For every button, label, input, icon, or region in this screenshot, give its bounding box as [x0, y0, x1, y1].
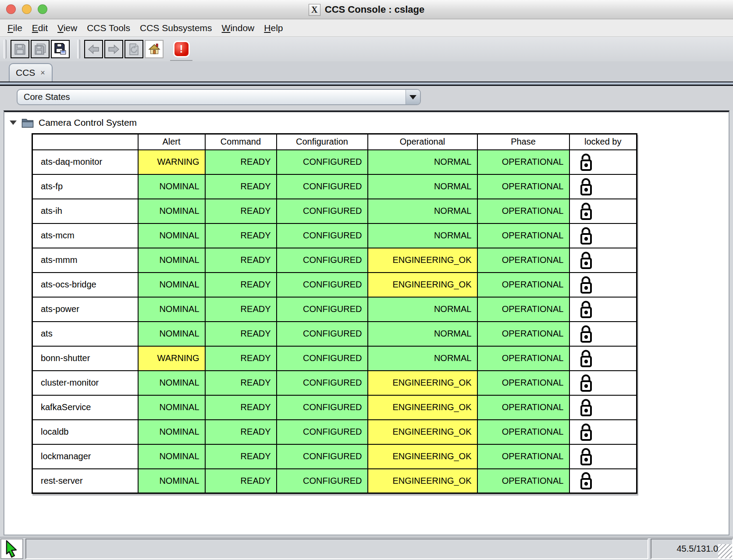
state-cell-command[interactable]: READY [205, 444, 277, 469]
state-cell-operational[interactable]: ENGINEERING_OK [368, 371, 477, 395]
state-cell-phase[interactable]: OPERATIONAL [477, 248, 569, 273]
toolbar-grip[interactable] [4, 39, 7, 59]
table-row[interactable]: ats-mcmNOMINALREADYCONFIGUREDNORMALOPERA… [32, 223, 637, 248]
menu-ccs-tools[interactable]: CCS Tools [82, 23, 135, 33]
state-cell-configuration[interactable]: CONFIGURED [277, 420, 368, 444]
state-cell-configuration[interactable]: CONFIGURED [277, 469, 368, 493]
locked-by-cell[interactable] [569, 346, 637, 371]
state-cell-operational[interactable]: NORMAL [368, 346, 477, 371]
row-name-cell[interactable]: ats-ocs-bridge [32, 273, 138, 297]
state-cell-alert[interactable]: NOMINAL [138, 444, 205, 469]
state-cell-phase[interactable]: OPERATIONAL [477, 469, 569, 493]
state-cell-configuration[interactable]: CONFIGURED [277, 248, 368, 273]
locked-by-cell[interactable] [569, 174, 637, 199]
state-cell-command[interactable]: READY [205, 297, 277, 322]
state-cell-command[interactable]: READY [205, 469, 277, 493]
combobox-arrow-button[interactable] [406, 90, 420, 104]
state-cell-alert[interactable]: NOMINAL [138, 297, 205, 322]
state-cell-phase[interactable]: OPERATIONAL [477, 346, 569, 371]
table-row[interactable]: ats-daq-monitorWARNINGREADYCONFIGUREDNOR… [32, 150, 637, 174]
state-cell-alert[interactable]: NOMINAL [138, 420, 205, 444]
state-cell-alert[interactable]: WARNING [138, 346, 205, 371]
state-cell-configuration[interactable]: CONFIGURED [277, 297, 368, 322]
home-button[interactable] [145, 40, 164, 58]
state-cell-command[interactable]: READY [205, 273, 277, 297]
locked-by-cell[interactable] [569, 297, 637, 322]
state-cell-alert[interactable]: NOMINAL [138, 199, 205, 223]
locked-by-cell[interactable] [569, 371, 637, 395]
state-cell-alert[interactable]: WARNING [138, 150, 205, 174]
tree-node-camera-control-system[interactable]: Camera Control System [4, 112, 729, 131]
back-button[interactable] [84, 40, 103, 58]
menu-edit[interactable]: Edit [27, 23, 53, 33]
table-row[interactable]: ats-fpNOMINALREADYCONFIGUREDNORMALOPERAT… [32, 174, 637, 199]
state-cell-configuration[interactable]: CONFIGURED [277, 395, 368, 420]
row-name-cell[interactable]: localdb [32, 420, 138, 444]
view-selector-combobox[interactable]: Core States [17, 89, 421, 105]
locked-by-cell[interactable] [569, 469, 637, 493]
state-cell-phase[interactable]: OPERATIONAL [477, 322, 569, 346]
state-cell-phase[interactable]: OPERATIONAL [477, 273, 569, 297]
row-name-cell[interactable]: kafkaService [32, 395, 138, 420]
table-row[interactable]: atsNOMINALREADYCONFIGUREDNORMALOPERATION… [32, 322, 637, 346]
state-cell-operational[interactable]: NORMAL [368, 297, 477, 322]
row-name-cell[interactable]: ats-mcm [32, 223, 138, 248]
state-cell-alert[interactable]: NOMINAL [138, 273, 205, 297]
state-cell-operational[interactable]: ENGINEERING_OK [368, 248, 477, 273]
locked-by-cell[interactable] [569, 395, 637, 420]
locked-by-cell[interactable] [569, 273, 637, 297]
state-cell-phase[interactable]: OPERATIONAL [477, 297, 569, 322]
memory-monitor[interactable]: 45.5/131.0MB [651, 539, 733, 559]
locked-by-cell[interactable] [569, 199, 637, 223]
state-cell-alert[interactable]: NOMINAL [138, 248, 205, 273]
save-all-button[interactable] [31, 40, 50, 58]
save-as-button[interactable] [51, 40, 70, 58]
row-name-cell[interactable]: rest-server [32, 469, 138, 493]
state-cell-phase[interactable]: OPERATIONAL [477, 371, 569, 395]
state-cell-configuration[interactable]: CONFIGURED [277, 150, 368, 174]
state-cell-configuration[interactable]: CONFIGURED [277, 174, 368, 199]
table-row[interactable]: ats-powerNOMINALREADYCONFIGUREDNORMALOPE… [32, 297, 637, 322]
refresh-button[interactable] [125, 40, 143, 58]
forward-button[interactable] [104, 40, 123, 58]
state-cell-alert[interactable]: NOMINAL [138, 322, 205, 346]
table-row[interactable]: localdbNOMINALREADYCONFIGUREDENGINEERING… [32, 420, 637, 444]
state-cell-phase[interactable]: OPERATIONAL [477, 174, 569, 199]
save-button[interactable] [11, 40, 29, 58]
state-cell-phase[interactable]: OPERATIONAL [477, 420, 569, 444]
state-cell-configuration[interactable]: CONFIGURED [277, 371, 368, 395]
state-cell-phase[interactable]: OPERATIONAL [477, 199, 569, 223]
state-cell-command[interactable]: READY [205, 346, 277, 371]
state-cell-command[interactable]: READY [205, 150, 277, 174]
state-cell-alert[interactable]: NOMINAL [138, 223, 205, 248]
state-cell-command[interactable]: READY [205, 248, 277, 273]
row-name-cell[interactable]: ats-power [32, 297, 138, 322]
locked-by-cell[interactable] [569, 223, 637, 248]
toolbar-grip[interactable] [77, 39, 80, 59]
locked-by-cell[interactable] [569, 444, 637, 469]
row-name-cell[interactable]: ats-ih [32, 199, 138, 223]
state-cell-operational[interactable]: NORMAL [368, 174, 477, 199]
state-cell-operational[interactable]: ENGINEERING_OK [368, 469, 477, 493]
table-row[interactable]: cluster-monitorNOMINALREADYCONFIGUREDENG… [32, 371, 637, 395]
state-cell-alert[interactable]: NOMINAL [138, 371, 205, 395]
state-cell-alert[interactable]: NOMINAL [138, 395, 205, 420]
table-row[interactable]: ats-mmmNOMINALREADYCONFIGUREDENGINEERING… [32, 248, 637, 273]
state-cell-configuration[interactable]: CONFIGURED [277, 223, 368, 248]
state-cell-command[interactable]: READY [205, 395, 277, 420]
state-cell-configuration[interactable]: CONFIGURED [277, 273, 368, 297]
row-name-cell[interactable]: ats-mmm [32, 248, 138, 273]
tab-close-icon[interactable]: × [40, 69, 45, 77]
state-cell-operational[interactable]: ENGINEERING_OK [368, 444, 477, 469]
state-cell-operational[interactable]: NORMAL [368, 150, 477, 174]
menu-ccs-subsystems[interactable]: CCS Subsystems [135, 23, 217, 33]
menu-help[interactable]: Help [259, 23, 288, 33]
table-row[interactable]: ats-ihNOMINALREADYCONFIGUREDNORMALOPERAT… [32, 199, 637, 223]
row-name-cell[interactable]: ats-fp [32, 174, 138, 199]
state-cell-command[interactable]: READY [205, 199, 277, 223]
table-row[interactable]: rest-serverNOMINALREADYCONFIGUREDENGINEE… [32, 469, 637, 493]
row-name-cell[interactable]: ats [32, 322, 138, 346]
state-cell-configuration[interactable]: CONFIGURED [277, 322, 368, 346]
state-cell-command[interactable]: READY [205, 223, 277, 248]
state-cell-phase[interactable]: OPERATIONAL [477, 150, 569, 174]
